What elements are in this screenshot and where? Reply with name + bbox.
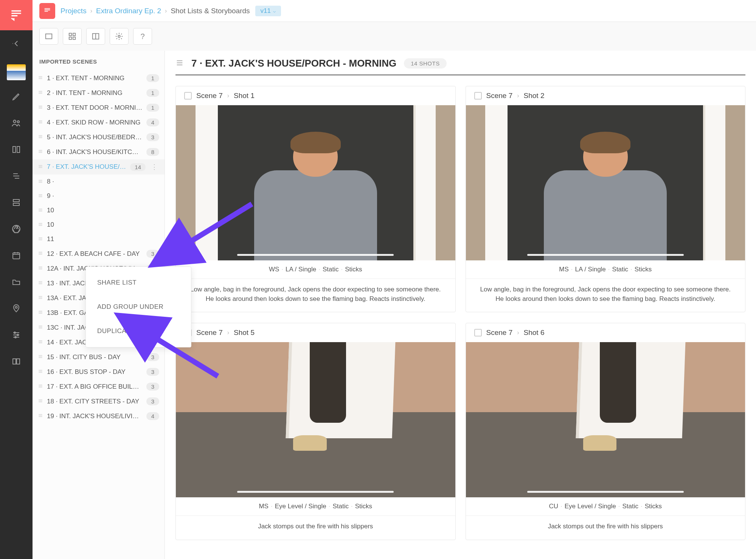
shot-thumbnail[interactable] [466, 342, 745, 497]
aperture-icon[interactable] [0, 216, 33, 242]
folder-icon[interactable] [0, 269, 33, 295]
scene-row[interactable]: 16 · EXT. BUS STOP - DAY3 [33, 364, 165, 379]
chevron-right-icon: › [227, 92, 229, 99]
chevron-right-icon: › [165, 8, 167, 14]
scene-label: 12 · EXT. A BEACH CAFE - DAY [47, 250, 143, 258]
chevron-right-icon: › [517, 329, 519, 336]
scene-label: 6 · INT. JACK'S HOUSE/KITCHE… [47, 148, 143, 156]
location-icon[interactable] [0, 295, 33, 322]
shot-thumbnail[interactable] [176, 342, 455, 497]
scene-label: 3 · EXT. TENT DOOR - MORNING [47, 104, 143, 112]
shot-meta: MS·LA / Single·Static·Sticks [466, 260, 745, 279]
view-grid-button[interactable] [63, 28, 82, 45]
scene-row[interactable]: 6 · INT. JACK'S HOUSE/KITCHE…8 [33, 145, 165, 159]
shot-checkbox[interactable] [474, 329, 482, 336]
scene-row[interactable]: 4 · EXT. SKID ROW - MORNING4 [33, 115, 165, 130]
shot-number-label: Shot 6 [524, 329, 545, 337]
scene-label: 4 · EXT. SKID ROW - MORNING [47, 119, 143, 126]
scene-row[interactable]: 11 [33, 232, 165, 246]
scene-count-badge: 1 [146, 89, 159, 97]
people-icon[interactable] [0, 110, 33, 136]
settings-button[interactable] [110, 28, 129, 45]
shot-card-header: Scene 7›Shot 5 [176, 323, 455, 342]
drag-handle-icon [38, 354, 43, 360]
scene-label: 11 [47, 235, 159, 243]
scene-row[interactable]: 8 · [33, 174, 165, 189]
scene-row[interactable]: 15 · INT. CITY BUS - DAY3 [33, 350, 165, 364]
scene-row[interactable]: 2 · INT. TENT - MORNING1 [33, 86, 165, 100]
scene-row[interactable]: 10 [33, 218, 165, 232]
scene-row[interactable]: 12 · EXT. A BEACH CAFE - DAY3 [33, 246, 165, 261]
shot-checkbox[interactable] [474, 92, 482, 100]
version-selector[interactable]: v11 ⌵ [255, 6, 281, 16]
drag-handle-icon [38, 193, 43, 199]
menu-share-list[interactable]: SHARE LIST [86, 271, 191, 295]
scene-row[interactable]: 17 · EXT. A BIG OFFICE BUILDI…3 [33, 379, 165, 394]
shot-description: Low angle, bag in the foreground, Jack o… [466, 279, 745, 312]
shot-thumbnail[interactable] [176, 105, 455, 260]
drag-handle-icon [38, 265, 43, 272]
breadcrumb-project-name[interactable]: Extra Ordinary Ep. 2 [96, 7, 161, 15]
scene-row[interactable]: 19 · INT. JACK'S HOUSE/LIVING…4 [33, 409, 165, 424]
menu-duplicate-list[interactable]: DUPLICATE LIST [86, 319, 191, 343]
pencil-icon[interactable] [0, 83, 33, 110]
drag-handle-icon [38, 310, 43, 316]
back-arrow-icon[interactable] [0, 30, 33, 57]
scene-row[interactable]: 1 · EXT. TENT - MORNING1 [33, 71, 165, 86]
stack-icon[interactable] [0, 189, 33, 216]
shot-scene-label: Scene 7 [196, 92, 223, 100]
drag-handle-icon [38, 164, 43, 170]
shot-card[interactable]: Scene 7›Shot 1WS·LA / Single·Static·Stic… [175, 86, 456, 312]
drag-handle-icon [38, 149, 43, 155]
svg-point-9 [14, 332, 16, 333]
list-icon[interactable] [0, 163, 33, 189]
shot-checkbox[interactable] [184, 92, 192, 100]
scene-row[interactable]: 18 · EXT. CITY STREETS - DAY3 [33, 394, 165, 409]
sliders-icon[interactable] [0, 322, 33, 348]
scene-row[interactable]: 10 [33, 203, 165, 218]
calendar-icon[interactable] [0, 242, 33, 269]
scene-count-badge: 3 [146, 353, 159, 361]
scene-row[interactable]: 5 · INT. JACK'S HOUSE/BEDRO…3 [33, 130, 165, 145]
breadcrumb-projects[interactable]: Projects [61, 7, 87, 15]
app-icon-button[interactable] [39, 3, 55, 19]
scene-count-badge: 1 [146, 74, 159, 82]
shot-card-header: Scene 7›Shot 1 [176, 86, 455, 105]
view-single-button[interactable] [39, 28, 58, 45]
svg-point-10 [17, 334, 19, 336]
svg-rect-16 [73, 37, 75, 39]
shot-description: Jack stomps out the fire with his slippe… [466, 516, 745, 540]
scene-count-badge: 3 [146, 368, 159, 376]
book-icon[interactable] [0, 348, 33, 375]
shot-scene-label: Scene 7 [196, 329, 223, 337]
drag-handle-icon [38, 295, 43, 301]
divider [175, 75, 745, 75]
help-button[interactable]: ? [133, 28, 152, 45]
drag-handle-icon [38, 413, 43, 419]
drag-handle-icon [38, 179, 43, 185]
drag-handle-icon [38, 398, 43, 405]
columns-icon[interactable] [0, 136, 33, 163]
shot-card[interactable]: Scene 7›Shot 2MS·LA / Single·Static·Stic… [466, 86, 746, 312]
shot-scene-label: Scene 7 [486, 92, 513, 100]
shot-description: Low angle, bag in the foreground, Jack o… [176, 279, 455, 312]
project-thumbnail[interactable] [7, 64, 26, 80]
scene-label: 7 · EXT. JACK'S HOUSE/PORC… [47, 163, 126, 171]
view-split-button[interactable] [86, 28, 105, 45]
drag-handle-icon [38, 207, 43, 214]
chevron-down-icon: ⌵ [273, 8, 276, 14]
scene-label: 1 · EXT. TENT - MORNING [47, 75, 143, 82]
scene-row[interactable]: 3 · EXT. TENT DOOR - MORNING1 [33, 100, 165, 115]
more-icon[interactable]: ⋮ [149, 163, 159, 171]
shot-card[interactable]: Scene 7›Shot 6CU·Eye Level / Single·Stat… [466, 323, 746, 540]
shot-scene-label: Scene 7 [486, 329, 513, 337]
drag-handle-icon [38, 90, 43, 96]
scene-row[interactable]: 9 · [33, 189, 165, 203]
menu-add-group[interactable]: ADD GROUP UNDER [86, 295, 191, 319]
scene-row[interactable]: 7 · EXT. JACK'S HOUSE/PORC…14⋮ [33, 159, 165, 174]
shot-thumbnail[interactable] [466, 105, 745, 260]
scene-label: 2 · INT. TENT - MORNING [47, 89, 143, 97]
app-logo[interactable] [0, 0, 33, 30]
svg-rect-15 [69, 37, 71, 39]
shot-card[interactable]: Scene 7›Shot 5MS·Eye Level / Single·Stat… [175, 323, 456, 540]
